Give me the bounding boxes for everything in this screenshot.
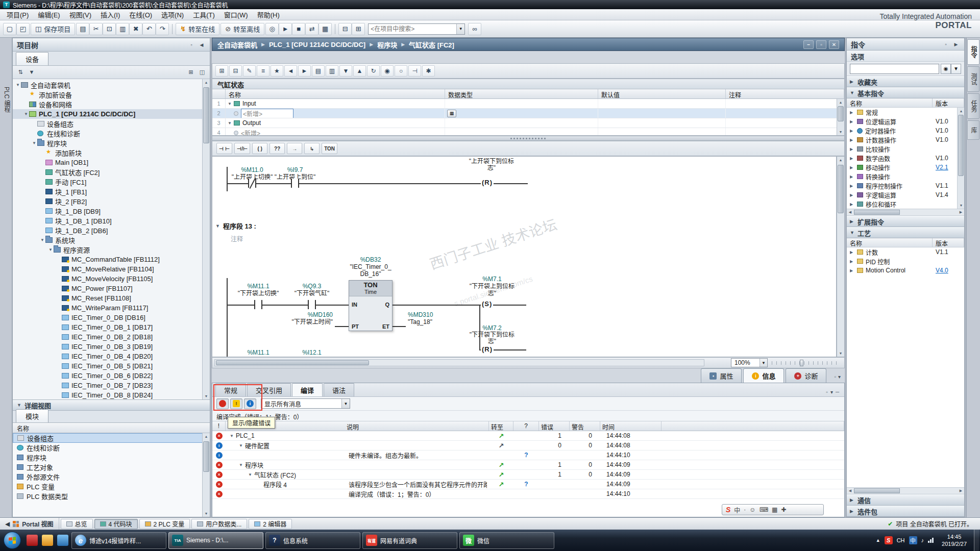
- stop-cpu-icon[interactable]: ■: [292, 23, 305, 35]
- operand-address[interactable]: %MD160: [277, 312, 333, 318]
- coil-icon[interactable]: ( ): [252, 143, 267, 154]
- ladder-hscrollbar[interactable]: [214, 359, 704, 366]
- collapse-detail-icon[interactable]: ▼: [17, 403, 21, 408]
- no-contact[interactable]: [254, 300, 262, 309]
- expand-networks-icon[interactable]: ▼: [339, 65, 352, 77]
- inspector-tab[interactable]: + 诊断: [786, 368, 826, 383]
- taskbar-app-button[interactable]: 网易有道词典: [362, 532, 457, 549]
- group-expander-icon[interactable]: ▶: [850, 184, 854, 188]
- scroll-down-icon[interactable]: ▼: [837, 129, 844, 135]
- ladder-scrollbar[interactable]: ▲ ▼: [837, 156, 845, 357]
- reset-coil[interactable]: (R): [481, 345, 494, 353]
- instruction-group-row[interactable]: ▶转换操作: [847, 172, 964, 181]
- section-communication[interactable]: ▶ 通信: [847, 494, 964, 506]
- instruction-group-row[interactable]: ▶位逻辑运算 V1.0: [847, 117, 964, 126]
- ton-timer-block[interactable]: TON Time IN Q PT ET: [349, 280, 393, 331]
- column-errors[interactable]: 错误: [539, 421, 570, 431]
- operand-address[interactable]: %Q9.3: [285, 283, 338, 290]
- message-expander-icon[interactable]: ▼: [239, 463, 245, 467]
- breadcrumb-segment[interactable]: 程序块: [377, 40, 397, 49]
- tree-item[interactable]: IEC_Timer_0_DB_7 [DB23]: [13, 381, 210, 390]
- group-expander-icon[interactable]: ▶: [850, 110, 854, 115]
- detail-view-column-header[interactable]: 名称: [13, 423, 210, 433]
- help-question-icon[interactable]: [513, 489, 539, 498]
- section-extended-instructions[interactable]: ▶ 扩展指令: [847, 216, 964, 227]
- message-expander-icon[interactable]: ▼: [239, 443, 245, 448]
- menu-item[interactable]: 视图(V): [65, 9, 96, 20]
- message-expander-icon[interactable]: ▼: [230, 434, 236, 438]
- close-branch-icon[interactable]: ↳: [304, 143, 320, 154]
- group-expander-icon[interactable]: ▶: [850, 165, 854, 170]
- zoom-slider-thumb[interactable]: [800, 360, 803, 366]
- pin-in[interactable]: IN: [352, 302, 357, 308]
- inspector-tab[interactable]: i 信息: [743, 368, 784, 383]
- group-expander-icon[interactable]: ▶: [850, 156, 854, 161]
- maximize-inspector-icon[interactable]: ▫: [834, 374, 836, 380]
- instruction-group-row[interactable]: ▶移动操作 V2.1: [847, 163, 964, 172]
- section-expander-icon[interactable]: ▼: [850, 90, 855, 95]
- start-button[interactable]: [4, 532, 21, 549]
- goto-next-error-icon[interactable]: ►: [298, 65, 311, 77]
- accessible-devices-icon[interactable]: ◎: [265, 23, 279, 35]
- section-expander-icon[interactable]: ▼: [850, 230, 855, 235]
- message-tab[interactable]: 语法: [324, 383, 354, 396]
- expander-icon[interactable]: ▼: [39, 238, 45, 242]
- column-header[interactable]: 默认值: [598, 89, 726, 98]
- goto-arrow-icon[interactable]: [499, 461, 504, 469]
- ime-emoji-icon[interactable]: ☺: [749, 506, 755, 513]
- help-question-icon[interactable]: [513, 441, 539, 450]
- expander-icon[interactable]: ▼: [15, 83, 21, 87]
- interface-name-cell[interactable]: Input: [242, 100, 256, 107]
- column-name[interactable]: 名称: [847, 98, 933, 107]
- editor-settings-icon[interactable]: ✱: [422, 65, 435, 77]
- find-instruction-icon[interactable]: ◉: [941, 64, 951, 74]
- help-question-icon[interactable]: ?: [513, 480, 539, 489]
- sogou-ime-toolbar[interactable]: S 中 · ☺ ⌨ ▦ ✚: [722, 504, 824, 515]
- volume-icon[interactable]: ♪: [921, 537, 924, 543]
- new-project-icon[interactable]: ▢: [3, 23, 16, 35]
- detail-view-item[interactable]: PLC 变量: [13, 482, 210, 491]
- panel-hscrollbar[interactable]: ◀ ▶: [847, 487, 964, 494]
- nc-contact-icon[interactable]: ⊣/⊢: [234, 143, 250, 154]
- go-online-button[interactable]: ↯转至在线: [176, 23, 219, 35]
- goto-previous-error-icon[interactable]: ◄: [284, 65, 297, 77]
- column-warnings[interactable]: 警告: [570, 421, 600, 431]
- group-expander-icon[interactable]: ▶: [850, 250, 854, 255]
- scroll-up-icon[interactable]: ▲: [837, 99, 844, 106]
- redo-icon[interactable]: ↷: [156, 23, 169, 35]
- split-editor-horizontal-icon[interactable]: ⊟: [338, 23, 352, 35]
- menu-item[interactable]: 选项(N): [157, 9, 188, 20]
- breadcrumb-segment[interactable]: 气缸状态 [FC2]: [409, 40, 454, 49]
- empty-box-icon[interactable]: ??: [270, 143, 285, 154]
- instruction-group-row[interactable]: ▶计数器操作 V1.0: [847, 135, 964, 144]
- instruction-group-row[interactable]: ▶程序控制操作 V1.1: [847, 181, 964, 190]
- show-info-icon[interactable]: i: [244, 398, 256, 409]
- instruction-version[interactable]: V4.0: [933, 267, 964, 274]
- instruction-search-input[interactable]: [850, 64, 939, 74]
- instruction-group-row[interactable]: ▶PID 控制: [847, 257, 964, 266]
- group-expander-icon[interactable]: ▶: [850, 259, 854, 264]
- tree-item[interactable]: 块_2 [FB2]: [13, 196, 210, 206]
- no-contact[interactable]: [291, 179, 299, 188]
- help-question-icon[interactable]: [513, 470, 539, 479]
- section-basic-instructions[interactable]: ▼ 基本指令: [847, 87, 964, 98]
- section-expander-icon[interactable]: ▶: [850, 497, 855, 503]
- column-name[interactable]: 名称: [847, 238, 933, 247]
- ime-punctuation-icon[interactable]: ·: [744, 506, 746, 513]
- project-search-input[interactable]: [369, 26, 456, 33]
- message-row[interactable]: ▼程序块 1 0 14:44:09: [212, 460, 844, 470]
- column-settings-icon[interactable]: ◫: [197, 67, 208, 78]
- collapse-inspector-icon[interactable]: ▾: [838, 374, 841, 380]
- tree-item[interactable]: 在线和诊断: [13, 129, 210, 138]
- scroll-left-icon[interactable]: ◀: [847, 209, 853, 215]
- cut-icon[interactable]: ✂: [89, 23, 103, 35]
- collapse-right-panel-icon[interactable]: ▶: [952, 41, 960, 48]
- section-expander-icon[interactable]: ▼: [228, 102, 234, 106]
- pin-pt[interactable]: PT: [352, 323, 359, 330]
- detail-view-item[interactable]: PLC 数据类型: [13, 491, 210, 501]
- section-expander-icon[interactable]: ▶: [850, 509, 855, 514]
- interface-splitter[interactable]: [212, 136, 845, 141]
- monitor-on-icon[interactable]: ◉: [381, 65, 394, 77]
- detail-view-item[interactable]: 设备组态: [13, 433, 210, 443]
- scroll-up-icon[interactable]: ▲: [203, 433, 210, 440]
